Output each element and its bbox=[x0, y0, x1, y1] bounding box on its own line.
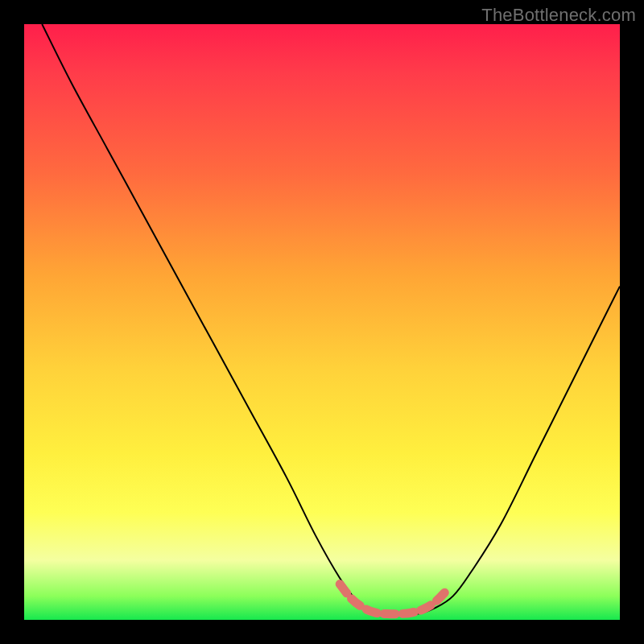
plot-area bbox=[24, 24, 620, 620]
watermark-label: TheBottleneck.com bbox=[481, 5, 636, 26]
chart-frame: TheBottleneck.com bbox=[0, 0, 644, 644]
bottleneck-curve bbox=[42, 24, 620, 615]
chart-svg bbox=[24, 24, 620, 620]
optimal-band bbox=[340, 584, 447, 614]
